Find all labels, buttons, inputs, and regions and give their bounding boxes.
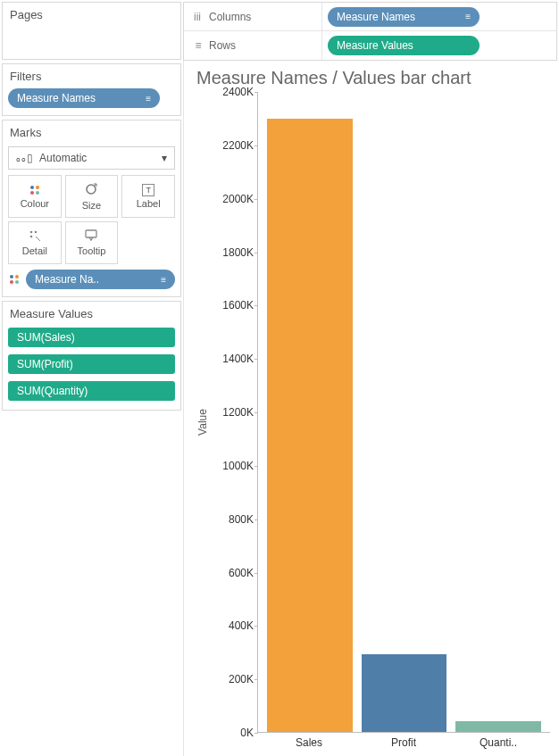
filters-label: Filters (3, 64, 180, 85)
y-tick-label: 400K (229, 619, 254, 632)
columns-label: Columns (209, 11, 251, 23)
marks-size-label: Size (82, 200, 101, 211)
marks-colour-label: Colour (21, 198, 49, 209)
tooltip-icon (85, 229, 97, 244)
sort-icon: ≡ (146, 94, 151, 104)
rows-icon: ≡ (191, 39, 204, 52)
marks-label-button[interactable]: T Label (121, 175, 175, 218)
y-tick-label: 1800K (222, 246, 254, 259)
svg-point-3 (30, 236, 33, 238)
y-tick-label: 1400K (222, 353, 254, 365)
y-tick-label: 600K (229, 567, 254, 579)
marks-card: Marks ₒₒ▯ Automatic ▾ Colour (2, 120, 181, 297)
marks-size-button[interactable]: Size (65, 175, 119, 218)
sort-icon: ≡ (161, 275, 166, 285)
pages-label: Pages (3, 3, 180, 23)
measure-values-shelf[interactable]: Measure Values SUM(Sales)SUM(Profit)SUM(… (2, 301, 181, 411)
y-tick-label: 1600K (222, 299, 254, 312)
colour-encoding-icon (8, 273, 21, 286)
marks-colour-button[interactable]: Colour (8, 175, 62, 218)
detail-icon (29, 229, 41, 244)
svg-line-4 (36, 237, 40, 241)
y-tick-label: 1000K (222, 460, 254, 472)
y-tick-label: 800K (229, 513, 254, 526)
y-tick-label: 1200K (222, 406, 254, 419)
pages-shelf[interactable]: Pages (2, 2, 181, 60)
marks-detail-label: Detail (22, 245, 47, 256)
size-icon (84, 182, 98, 198)
svg-rect-5 (86, 230, 96, 237)
bar[interactable] (267, 119, 353, 732)
marks-label-label: Label (137, 198, 161, 209)
y-tick-label: 2200K (222, 139, 254, 152)
filter-pill-label: Measure Names (17, 92, 140, 104)
y-axis-label: Value (196, 409, 209, 436)
columns-icon: iii (191, 11, 204, 23)
x-tick-label: Quanti.. (455, 736, 541, 752)
measure-value-pill[interactable]: SUM(Sales) (8, 328, 175, 347)
x-tick-label: Sales (266, 736, 352, 752)
svg-point-2 (35, 231, 38, 234)
bar[interactable] (362, 654, 447, 732)
svg-point-1 (30, 231, 33, 234)
measure-value-pill[interactable]: SUM(Quantity) (8, 381, 175, 401)
rows-label: Rows (209, 39, 236, 52)
chevron-down-icon: ▾ (162, 152, 167, 164)
marks-tooltip-button[interactable]: Tooltip (65, 221, 119, 264)
rows-shelf[interactable]: ≡ Rows Measure Values (184, 31, 556, 60)
columns-pill-label: Measure Names (337, 11, 460, 23)
rows-pill[interactable]: Measure Values (328, 36, 480, 55)
bar[interactable] (455, 721, 541, 732)
colour-encoding-pill[interactable]: Measure Na.. ≡ (26, 270, 175, 289)
marks-label: Marks (3, 120, 180, 141)
colour-icon (29, 184, 41, 196)
sort-icon: ≡ (465, 12, 471, 21)
mark-type-dropdown[interactable]: ₒₒ▯ Automatic ▾ (8, 146, 175, 170)
x-tick-label: Profit (361, 736, 446, 752)
y-tick-label: 2400K (222, 86, 254, 98)
label-icon: T (142, 184, 154, 196)
y-tick-label: 0K (240, 727, 254, 739)
measure-value-pill[interactable]: SUM(Profit) (8, 354, 175, 374)
columns-shelf[interactable]: iii Columns Measure Names ≡ (184, 3, 556, 31)
rows-pill-label: Measure Values (337, 39, 471, 52)
measure-values-label: Measure Values (3, 302, 180, 322)
y-tick-label: 2000K (222, 193, 254, 205)
marks-detail-button[interactable]: Detail (8, 221, 62, 264)
mark-type-value: Automatic (39, 152, 87, 164)
marks-tooltip-label: Tooltip (78, 245, 106, 256)
bar-chart: Value 0K200K400K600K800K1000K1200K1400K1… (193, 92, 550, 752)
y-tick-label: 200K (229, 673, 254, 685)
colour-encoding-label: Measure Na.. (35, 273, 155, 286)
filters-shelf[interactable]: Filters Measure Names ≡ (2, 63, 181, 116)
filter-pill-measure-names[interactable]: Measure Names ≡ (8, 88, 160, 108)
columns-pill[interactable]: Measure Names ≡ (328, 7, 480, 27)
bar-icon: ₒₒ▯ (16, 152, 34, 164)
